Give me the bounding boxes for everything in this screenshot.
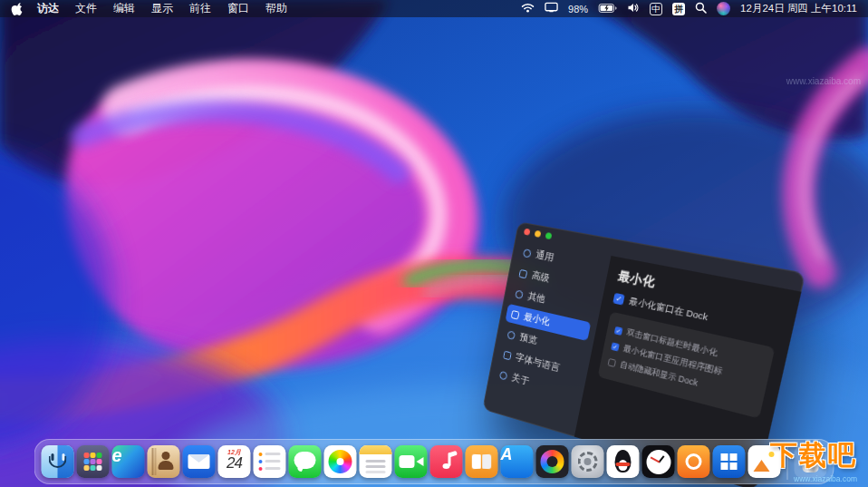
menu-go[interactable]: 前往 [189,1,211,16]
sidebar-item-label: 最小化 [523,310,552,329]
eye-icon [506,330,516,340]
checkbox-checked-icon[interactable] [612,293,624,306]
photos-dock-icon[interactable] [324,445,357,478]
menu-edit[interactable]: 编辑 [113,1,135,16]
edge-letter: e [112,445,145,478]
sliders-icon [519,268,528,278]
app-store-dock-icon[interactable]: A [501,445,534,478]
menu-file[interactable]: 文件 [75,1,97,16]
menu-window[interactable]: 窗口 [227,1,249,16]
close-button[interactable] [524,228,531,235]
calendar-day: 24 [218,454,251,472]
sidebar-item-label: 关于 [511,371,531,388]
app-store-letter: A [501,445,534,478]
sidebar-item-label: 预览 [518,331,538,347]
trash-dock-icon[interactable] [795,445,827,478]
orange-app-dock-icon[interactable] [678,445,710,478]
font-icon [503,350,512,360]
wifi-icon[interactable] [521,3,535,15]
menu-help[interactable]: 帮助 [265,1,287,16]
desktop: www.xiazaiba.com 访达 文件 编辑 显示 前往 窗口 帮助 98… [0,0,868,487]
dots-icon [515,289,524,299]
books-dock-icon[interactable] [466,445,498,478]
sidebar-item-label: 通用 [535,248,555,265]
mail-dock-icon[interactable] [183,445,216,478]
clock-dock-icon[interactable] [642,445,675,478]
calendar-dock-icon[interactable]: 12月24 [218,445,251,478]
dock-divider [787,443,788,480]
watermark-url-top: www.xiazaiba.com [786,76,861,86]
pictures-app-dock-icon[interactable] [748,445,781,478]
volume-icon[interactable] [627,3,640,15]
messages-dock-icon[interactable] [289,445,322,478]
reminders-dock-icon[interactable] [254,445,286,478]
menu-bar-clock[interactable]: 12月24日 周四 上午10:11 [740,2,857,15]
checkbox-unchecked-icon[interactable] [607,358,616,367]
sidebar-item-label: 高级 [531,269,551,286]
utility-app-dock-icon[interactable] [536,445,569,478]
window-icon [511,309,520,319]
checkbox-checked-icon[interactable] [611,342,620,351]
launchpad-dock-icon[interactable] [77,445,110,478]
finder-dock-icon[interactable] [42,445,74,478]
minimize-button[interactable] [535,229,542,237]
qq-dock-icon[interactable] [607,445,640,478]
pinyin-input-badge[interactable]: 拼 [672,3,685,15]
input-method-badge[interactable]: 中 [650,3,662,15]
facetime-dock-icon[interactable] [395,445,428,478]
sidebar-item-label: 其他 [526,289,546,306]
music-dock-icon[interactable] [430,445,463,478]
system-preferences-dock-icon[interactable] [572,445,604,478]
windows-app-dock-icon[interactable] [713,445,746,478]
menu-bar: 访达 文件 编辑 显示 前往 窗口 帮助 98% 中 拼 [0,0,868,17]
menu-view[interactable]: 显示 [151,1,173,16]
checkbox-checked-icon[interactable] [614,326,623,336]
siri-icon[interactable] [717,2,730,15]
contacts-dock-icon[interactable] [148,445,180,478]
info-icon [499,370,508,380]
notes-dock-icon[interactable] [360,445,392,478]
menu-finder[interactable]: 访达 [37,1,59,16]
gear-icon [523,248,532,258]
display-mirroring-icon[interactable] [545,2,558,15]
dock: e 12月24 A [34,439,834,484]
battery-icon[interactable] [598,3,617,15]
apple-menu-icon[interactable] [11,2,23,15]
battery-percent: 98% [568,4,588,15]
spotlight-search-icon[interactable] [695,2,707,16]
zoom-button[interactable] [545,231,553,239]
edge-browser-dock-icon[interactable]: e [112,445,145,478]
